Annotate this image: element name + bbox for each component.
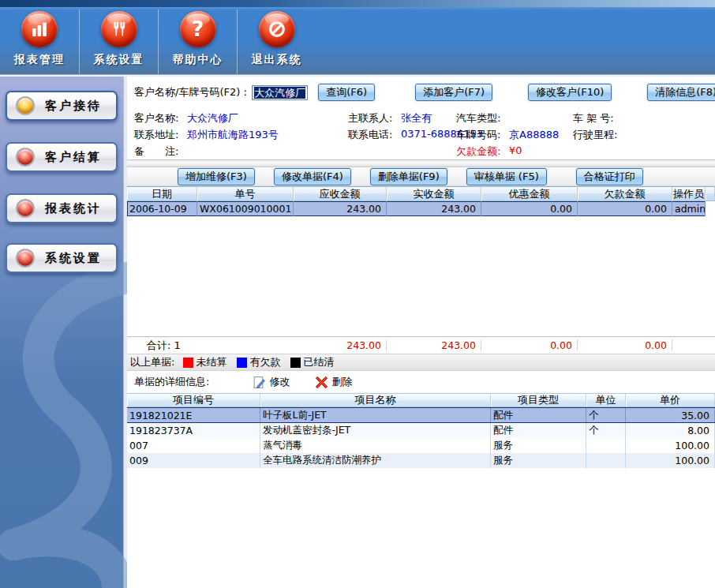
sidebar: 客户接待 客户结算 报表统计 系统设置 — [0, 77, 127, 588]
document-actions-row: 增加维修(F3) 修改单据(F4) 删除单据(F9) 审核单据 (F5) 合格证… — [127, 167, 715, 186]
detail-col-item-name: 项目名称 — [260, 394, 491, 406]
detail-edit-label: 修改 — [269, 375, 290, 389]
detail-table-header: 项目编号 项目名称 项目类型 单位 单价 — [127, 393, 715, 407]
item-unit — [586, 438, 626, 453]
orders-total-row: 合计: 1 243.00 243.00 0.00 0.00 — [127, 336, 715, 354]
detail-row[interactable]: 191823737A 发动机盖密封条-JET 配件 个 8.00 — [127, 423, 715, 438]
sidebar-item-system-settings[interactable]: 系统设置 — [6, 243, 118, 273]
item-no: 009 — [127, 453, 260, 468]
orb-icon — [16, 249, 35, 268]
question-icon: ? — [180, 11, 216, 47]
tools-icon — [101, 11, 137, 47]
add-repair-button[interactable]: 增加维修(F3) — [178, 168, 255, 185]
toolbar-item-label: 帮助中心 — [173, 53, 223, 67]
plate-label: 车牌号码: — [456, 128, 500, 142]
orb-icon — [16, 96, 35, 115]
main-panel: 客户名称/车牌号码(F2)： 大众汽修厂 查询(F6) 添加客户(F7) 修改客… — [127, 77, 715, 588]
query-button[interactable]: 查询(F6) — [318, 84, 375, 101]
order-row-selected[interactable]: 2006-10-09 WX061009010001 243.00 243.00 … — [127, 201, 715, 216]
order-discount: 0.00 — [481, 201, 578, 216]
item-type: 服务 — [491, 453, 586, 468]
order-date: 2006-10-09 — [127, 201, 197, 216]
detail-table-empty-area — [127, 468, 715, 588]
detail-title: 单据的详细信息: — [127, 375, 209, 389]
orders-table-body[interactable] — [127, 216, 715, 336]
phone-label: 联系电话: — [348, 128, 392, 142]
detail-delete-label: 删除 — [331, 375, 352, 389]
order-received: 243.00 — [387, 201, 481, 216]
item-price: 100.00 — [626, 438, 715, 453]
toolbar-item-report-management[interactable]: 报表管理 — [0, 9, 79, 74]
toolbar-item-label: 退出系统 — [252, 53, 302, 67]
plate-value: 京A88888 — [509, 128, 559, 142]
orders-col-receivable: 应收金额 — [294, 187, 387, 200]
customer-search-row: 客户名称/车牌号码(F2)： 大众汽修厂 查询(F6) 添加客户(F7) 修改客… — [127, 77, 715, 108]
order-debt: 0.00 — [578, 201, 672, 216]
item-no: 007 — [127, 438, 260, 453]
edit-note-icon — [253, 376, 266, 389]
remark-label: 备 注: — [134, 144, 178, 159]
total-receivable: 243.00 — [294, 339, 387, 351]
sidebar-item-label: 客户接待 — [45, 99, 102, 114]
mileage-label: 行驶里程: — [573, 128, 617, 142]
search-input-selected-text: 大众汽修厂 — [254, 87, 305, 99]
audit-order-button[interactable]: 审核单据 (F5) — [466, 168, 547, 185]
edit-order-button[interactable]: 修改单据(F4) — [274, 168, 351, 185]
edit-customer-button[interactable]: 修改客户(F10) — [528, 84, 612, 101]
legend-unsettled-swatch — [183, 358, 193, 368]
toolbar-item-exit-system[interactable]: 退出系统 — [237, 9, 316, 74]
order-operator: admin — [672, 201, 706, 216]
sidebar-item-customer-reception[interactable]: 客户接待 — [6, 91, 118, 121]
address-value: 郑州市航海路193号 — [187, 128, 279, 142]
order-row-filler — [706, 201, 715, 216]
item-unit: 个 — [586, 408, 626, 422]
legend-settled-swatch — [290, 358, 301, 368]
toolbar-item-label: 报表管理 — [14, 53, 65, 67]
item-type: 配件 — [491, 423, 586, 438]
contact-label: 主联系人: — [348, 111, 392, 125]
legend-debt-label: 有欠款 — [249, 355, 280, 369]
legend-label: 以上单据: — [130, 355, 174, 369]
legend-unsettled-label: 未结算 — [196, 355, 226, 369]
delete-order-button[interactable]: 删除单据(F9) — [370, 168, 447, 185]
legend-debt-swatch — [237, 358, 247, 368]
frame-no-label: 车 架 号: — [573, 111, 614, 125]
orders-table-header: 日期 单号 应收金额 实收金额 优惠金额 欠款金额 操作员 — [127, 186, 715, 201]
certificate-print-button[interactable]: 合格证打印 — [576, 168, 643, 185]
customer-name-label: 客户名称: — [134, 111, 178, 125]
detail-edit-button[interactable]: 修改 — [253, 375, 290, 389]
detail-section-header: 单据的详细信息: 修改 删除 — [127, 371, 715, 393]
orders-col-received: 实收金额 — [387, 187, 481, 200]
detail-row[interactable]: 007 蒸气消毒 服务 100.00 — [127, 438, 715, 453]
swirl-watermark — [0, 249, 127, 588]
item-type: 配件 — [491, 408, 586, 422]
legend-settled-label: 已结清 — [303, 355, 334, 369]
toolbar-item-label: 系统设置 — [94, 53, 144, 67]
total-received: 243.00 — [387, 339, 481, 351]
search-label: 客户名称/车牌号码(F2)： — [134, 85, 250, 99]
sidebar-item-label: 报表统计 — [45, 201, 102, 216]
toolbar-item-help-center[interactable]: ? 帮助中心 — [158, 9, 237, 74]
detail-row[interactable]: 009 全车电路系统清洁防潮养护 服务 100.00 — [127, 453, 715, 468]
customer-search-input[interactable]: 大众汽修厂 — [252, 85, 308, 100]
bar-chart-icon — [21, 11, 58, 47]
sidebar-item-label: 系统设置 — [45, 251, 102, 266]
clear-info-button[interactable]: 清除信息(F8) — [647, 84, 715, 101]
status-legend: 以上单据: 未结算 有欠款 已结清 — [127, 354, 715, 371]
sidebar-item-report-statistics[interactable]: 报表统计 — [6, 193, 118, 223]
debt-label: 欠款金额: — [456, 144, 500, 159]
detail-delete-button[interactable]: 删除 — [315, 375, 352, 389]
sidebar-item-customer-settlement[interactable]: 客户结算 — [6, 142, 118, 172]
customer-name-value: 大众汽修厂 — [187, 111, 238, 125]
toolbar-item-system-settings[interactable]: 系统设置 — [79, 9, 158, 74]
orb-icon — [16, 199, 35, 218]
detail-col-unit: 单位 — [586, 394, 626, 406]
order-no: WX061009010001 — [197, 201, 294, 216]
item-price: 8.00 — [626, 423, 715, 438]
sidebar-item-label: 客户结算 — [45, 150, 102, 165]
detail-col-unit-price: 单价 — [626, 394, 715, 406]
detail-row-selected[interactable]: 191821021E 叶子板L前-JET 配件 个 35.00 — [127, 407, 715, 423]
top-toolbar: 报表管理 系统设置 ? 帮助中心 退出系统 — [0, 0, 715, 74]
debt-value: ¥0 — [509, 144, 522, 156]
add-customer-button[interactable]: 添加客户(F7) — [415, 84, 492, 101]
